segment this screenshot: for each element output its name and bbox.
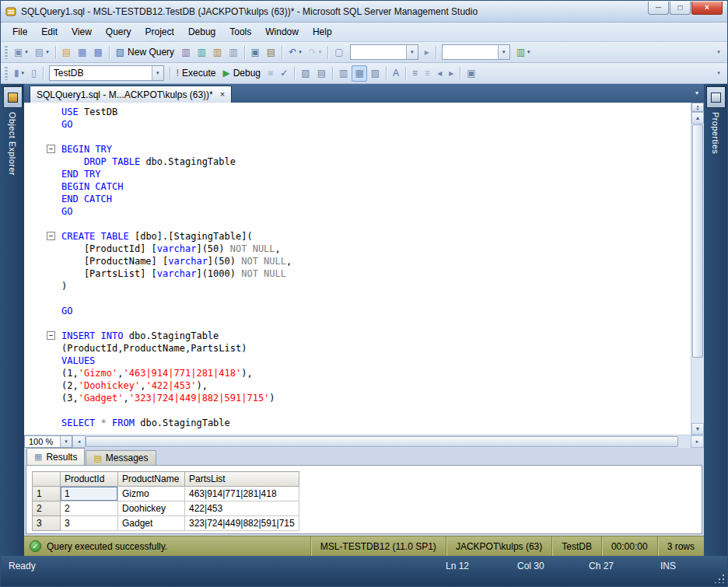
- save-all-button[interactable]: ▩: [90, 44, 105, 61]
- connect-button[interactable]: ▮▾: [11, 65, 27, 82]
- add-new-item-button[interactable]: ▤▾: [32, 44, 52, 61]
- copy-button[interactable]: ▣: [248, 44, 263, 61]
- debug-button[interactable]: ▶Debug: [219, 65, 264, 82]
- toolbar-overflow-icon[interactable]: ▾: [713, 63, 724, 83]
- hscroll-track[interactable]: [86, 435, 691, 448]
- row-header[interactable]: 2: [33, 501, 61, 516]
- comment-selection-button[interactable]: ≡: [409, 65, 421, 82]
- vscroll-track[interactable]: [691, 124, 704, 423]
- object-explorer-label[interactable]: Object Explorer: [8, 112, 17, 176]
- redo-button[interactable]: ↷▾: [306, 44, 325, 61]
- increase-indent-button[interactable]: ▸: [446, 65, 457, 82]
- grid-cell[interactable]: 323|724|449|882|591|715: [185, 516, 299, 531]
- menu-tools[interactable]: Tools: [222, 23, 258, 40]
- zoom-combobox[interactable]: 100 % ▾: [24, 435, 72, 448]
- grid-cell[interactable]: Gizmo: [118, 487, 185, 501]
- save-button[interactable]: ▦: [75, 44, 89, 61]
- sqlcmd-mode-button[interactable]: ▣: [464, 65, 478, 82]
- maximize-button[interactable]: □: [670, 2, 691, 15]
- grid-cell[interactable]: 463|914|771|281|418: [185, 487, 299, 501]
- uncomment-selection-button[interactable]: ≡: [422, 65, 433, 82]
- scroll-right-icon[interactable]: ▸: [691, 435, 704, 448]
- dropdown-arrow-icon[interactable]: ▾: [152, 66, 163, 80]
- menu-debug[interactable]: Debug: [181, 23, 222, 40]
- undo-button[interactable]: ↶▾: [285, 44, 305, 61]
- row-header[interactable]: 1: [33, 487, 61, 501]
- document-tab[interactable]: SQLQuery1.sql - M...ACKPOT\kulps (63))* …: [30, 86, 232, 103]
- close-button[interactable]: ×: [691, 2, 723, 15]
- registered-servers-combobox[interactable]: ▾: [442, 44, 510, 60]
- grid-cell[interactable]: Doohickey: [118, 501, 185, 516]
- grid-cell[interactable]: 2: [61, 501, 118, 516]
- grid-cell[interactable]: 3: [61, 516, 118, 531]
- messages-tab[interactable]: ▤ Messages: [86, 450, 156, 465]
- available-databases-combobox[interactable]: TestDB▾: [49, 65, 164, 81]
- decrease-indent-button[interactable]: ◂: [434, 65, 445, 82]
- results-tab[interactable]: ▦ Results: [26, 448, 85, 465]
- grid-cell[interactable]: 422|453: [185, 501, 299, 516]
- tab-close-icon[interactable]: ×: [220, 90, 225, 99]
- paste-button[interactable]: ▤: [264, 44, 278, 61]
- new-project-button[interactable]: ▣▾: [11, 44, 31, 61]
- menu-edit[interactable]: Edit: [34, 23, 65, 40]
- parse-button[interactable]: ✓: [277, 65, 291, 82]
- toolbar-grip[interactable]: [5, 67, 8, 80]
- find-next-button[interactable]: ▸: [422, 44, 432, 61]
- column-header-partslist[interactable]: PartsList: [185, 472, 299, 487]
- new-query-icon: ▧: [116, 47, 124, 57]
- column-header-productid[interactable]: ProductId: [61, 472, 118, 487]
- toolbar-overflow-icon[interactable]: ▾: [713, 42, 724, 62]
- activity-monitor-button[interactable]: ▥▾: [513, 44, 534, 61]
- hscroll-thumb[interactable]: [86, 436, 678, 447]
- new-dmx-query-button[interactable]: ▥: [210, 44, 225, 61]
- fold-collapse-icon[interactable]: −: [47, 331, 55, 340]
- grid-cell[interactable]: Gadget: [118, 516, 185, 531]
- query-options-button[interactable]: ▤: [314, 65, 329, 82]
- fold-collapse-icon[interactable]: −: [47, 145, 55, 153]
- scroll-up-icon[interactable]: ▲: [691, 112, 704, 124]
- disconnect-button[interactable]: ▯: [28, 65, 40, 82]
- split-handle[interactable]: ▴ ▾: [691, 103, 704, 112]
- fold-collapse-icon[interactable]: −: [47, 232, 55, 240]
- new-database-engine-query-button[interactable]: ▥: [178, 44, 193, 61]
- cancel-executing-query-button[interactable]: ■: [264, 65, 276, 82]
- menu-project[interactable]: Project: [138, 23, 181, 40]
- title-bar[interactable]: SQLQuery1.sql - MSL-TESTDB12.TestDB (JAC…: [1, 1, 727, 23]
- display-estimated-plan-button[interactable]: ▧: [298, 65, 313, 82]
- specify-values-for-template-button[interactable]: A: [390, 65, 402, 82]
- active-files-dropdown-icon[interactable]: ▾: [695, 89, 698, 96]
- results-to-file-button[interactable]: ▨: [368, 65, 383, 82]
- open-file-button[interactable]: ▤: [59, 44, 74, 61]
- properties-tab[interactable]: [706, 86, 726, 108]
- dropdown-arrow-icon[interactable]: ▾: [498, 45, 509, 59]
- sql-editor[interactable]: USE TestDBGO−BEGIN TRY DROP TABLE dbo.St…: [24, 103, 704, 435]
- minimize-button[interactable]: ─: [648, 2, 669, 15]
- dropdown-arrow-icon[interactable]: ▾: [406, 45, 418, 59]
- menu-window[interactable]: Window: [258, 23, 306, 40]
- menu-view[interactable]: View: [65, 23, 99, 40]
- scroll-left-icon[interactable]: ◂: [72, 435, 86, 448]
- grid-cell[interactable]: 1: [61, 487, 118, 501]
- find-combobox[interactable]: ▾: [350, 44, 418, 60]
- results-to-text-button[interactable]: ▥: [336, 65, 351, 82]
- vscroll-thumb[interactable]: [692, 124, 703, 358]
- find-button[interactable]: ▢: [331, 44, 346, 61]
- results-to-grid-button[interactable]: ▦: [352, 65, 366, 82]
- row-header[interactable]: 3: [33, 516, 61, 531]
- menu-help[interactable]: Help: [306, 23, 339, 40]
- scroll-down-icon[interactable]: ▼: [691, 423, 704, 435]
- properties-label[interactable]: Properties: [711, 112, 720, 154]
- resize-grip[interactable]: [715, 573, 725, 583]
- column-header-productname[interactable]: ProductName: [118, 472, 185, 487]
- new-query-button[interactable]: ▧New Query: [113, 44, 177, 61]
- toolbar-grip[interactable]: [5, 46, 8, 59]
- menu-query[interactable]: Query: [99, 23, 138, 40]
- menu-file[interactable]: File: [5, 23, 34, 40]
- code-area[interactable]: USE TestDBGO−BEGIN TRY DROP TABLE dbo.St…: [24, 103, 691, 435]
- object-explorer-tab[interactable]: [3, 86, 23, 108]
- new-mdx-query-button[interactable]: ▥: [194, 44, 208, 61]
- new-xmla-query-button[interactable]: ▥: [226, 44, 240, 61]
- dropdown-arrow-icon[interactable]: ▾: [60, 436, 72, 447]
- execute-button[interactable]: !Execute: [173, 65, 219, 82]
- editor-vertical-scrollbar[interactable]: ▴ ▾ ▲ ▼: [691, 103, 704, 435]
